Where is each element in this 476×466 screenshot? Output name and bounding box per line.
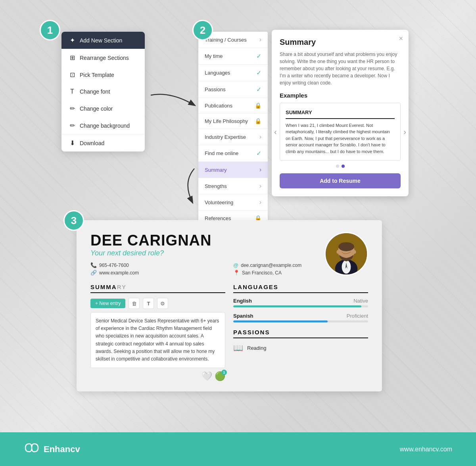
email-icon: @ (233, 262, 238, 268)
sidebar-item-passions[interactable]: Passions ✓ (198, 81, 268, 98)
svg-point-2 (342, 260, 351, 274)
check-icon: ✓ (256, 86, 261, 93)
delete-entry-button[interactable]: 🗑 (129, 298, 140, 309)
svg-point-6 (353, 250, 356, 254)
rearrange-icon: ⊞ (69, 54, 76, 61)
english-bar (233, 305, 368, 307)
sidebar-item-volunteering[interactable]: Volunteering (198, 194, 268, 211)
languages-section-title: LANGUAGES (233, 284, 368, 293)
grammarly-icon: 🟢 1 (215, 371, 225, 382)
lock-icon: 🔒 (255, 118, 261, 124)
thumbs-up-icon: 🤍 (202, 371, 212, 382)
resume-preview: DEE CARIGNAN Your next desired role? 📞 9… (77, 220, 382, 391)
sidebar-item-mytime[interactable]: My time ✓ (198, 48, 268, 65)
modal-carousel: ‹ SUMMARY When I was 21, I climbed Mount… (280, 103, 401, 161)
summary-modal: × Summary Share a bit about yourself and… (272, 30, 409, 196)
svg-point-5 (336, 250, 340, 254)
passion-reading: 📖 Reading (233, 343, 368, 353)
sidebar-item-industry[interactable]: Industry Expertise (198, 129, 268, 145)
resume-contacts: 📞 965-476-7600 @ dee.carignan@example.co… (90, 262, 368, 276)
summary-text-box: Senior Medical Device Sales Representati… (90, 312, 225, 368)
resume-right-col: LANGUAGES English Native Spanish Profici… (233, 284, 368, 382)
font-entry-button[interactable]: T (143, 298, 154, 309)
modal-dots (280, 165, 401, 168)
example-heading: SUMMARY (286, 109, 395, 119)
resume-body: SUMMARY + New entry 🗑 T ⚙ Senior Medical… (90, 284, 368, 382)
spanish-bar (233, 320, 368, 322)
chevron-icon (259, 36, 261, 43)
menu-item-rearrange[interactable]: ⊞ Rearrange Sections (61, 49, 145, 66)
new-entry-button[interactable]: + New entry (90, 299, 125, 308)
menu-item-add-section[interactable]: ✦ Add New Section (61, 32, 145, 49)
modal-description: Share a bit about yourself and what prob… (280, 51, 401, 86)
avatar-image (326, 232, 367, 276)
step3-badge: 3 (63, 210, 84, 231)
modal-example-card: SUMMARY When I was 21, I climbed Mount E… (280, 103, 401, 161)
sidebar-panel: Training / Courses My time ✓ Languages ✓… (198, 32, 268, 226)
spanish-bar-fill (233, 320, 328, 322)
resume-avatar (324, 232, 368, 276)
download-icon: ⬇ (69, 139, 76, 147)
passion-reading-icon: 📖 (233, 343, 243, 353)
carousel-prev-button[interactable]: ‹ (274, 127, 277, 136)
contact-phone: 📞 965-476-7600 (90, 262, 225, 268)
phone-icon: 📞 (90, 262, 97, 268)
menu-card: ✦ Add New Section ⊞ Rearrange Sections ⊡… (61, 32, 145, 151)
summary-footer: 🤍 🟢 1 (90, 371, 225, 382)
check-icon: ✓ (256, 150, 261, 157)
template-icon: ⊡ (69, 71, 76, 79)
footer-url: www.enhancv.com (400, 446, 452, 453)
dot-1 (336, 165, 339, 168)
background-icon: ✏ (69, 122, 76, 129)
menu-item-change-font[interactable]: T Change font (61, 83, 145, 100)
enhancv-logo-icon (24, 442, 40, 456)
sidebar-item-find-online[interactable]: Find me online ✓ (198, 145, 268, 162)
color-icon: ✏ (69, 105, 76, 112)
example-text: When I was 21, I climbed Mount Everest. … (286, 122, 395, 155)
modal-examples-title: Examples (280, 92, 401, 99)
step1-badge: 1 (40, 20, 60, 40)
location-icon: 📍 (233, 270, 240, 276)
settings-entry-button[interactable]: ⚙ (157, 298, 168, 309)
summary-edit-bar: + New entry 🗑 T ⚙ (90, 298, 225, 309)
carousel-next-button[interactable]: › (403, 127, 406, 136)
chevron-icon (259, 182, 261, 190)
sidebar-item-publications[interactable]: Publications 🔒 (198, 98, 268, 113)
modal-close-button[interactable]: × (399, 35, 403, 43)
sidebar-item-summary[interactable]: Summary (198, 162, 268, 178)
sidebar-item-languages[interactable]: Languages ✓ (198, 65, 268, 81)
modal-title: Summary (280, 38, 401, 47)
language-spanish: Spanish Proficient (233, 313, 368, 322)
add-to-resume-button[interactable]: Add to Resume (280, 173, 401, 188)
add-section-icon: ✦ (69, 36, 76, 44)
passions-section-title: PASSIONS (233, 329, 368, 338)
font-icon: T (69, 88, 76, 95)
resume-left-col: SUMMARY + New entry 🗑 T ⚙ Senior Medical… (90, 284, 225, 382)
dot-2 (342, 165, 345, 168)
language-english: English Native (233, 298, 368, 307)
summary-section-title: SUMMARY (90, 284, 225, 293)
contact-website: 🔗 www.example.com (90, 270, 225, 276)
main-content: 1 ✦ Add New Section ⊞ Rearrange Sections… (0, 0, 476, 16)
menu-item-change-bg[interactable]: ✏ Change background (61, 117, 145, 134)
website-icon: 🔗 (90, 270, 97, 276)
menu-item-change-color[interactable]: ✏ Change color (61, 100, 145, 117)
chevron-icon (259, 166, 261, 173)
logo-svg (24, 442, 40, 453)
sidebar-item-philosophy[interactable]: My Life Philosophy 🔒 (198, 113, 268, 129)
footer: Enhancv www.enhancv.com (0, 432, 476, 466)
menu-item-download[interactable]: ⬇ Download (61, 134, 145, 151)
lock-icon: 🔒 (255, 102, 261, 109)
sidebar-item-strengths[interactable]: Strengths (198, 178, 268, 194)
step2-badge: 2 (192, 20, 213, 40)
arrow1 (147, 87, 198, 113)
menu-item-pick-template[interactable]: ⊡ Pick Template (61, 66, 145, 83)
svg-point-4 (338, 242, 354, 251)
check-icon: ✓ (256, 69, 261, 77)
english-bar-fill (233, 305, 361, 307)
chevron-icon (259, 133, 261, 140)
footer-logo: Enhancv (24, 442, 80, 456)
chevron-icon (259, 199, 261, 206)
check-icon: ✓ (256, 52, 261, 60)
